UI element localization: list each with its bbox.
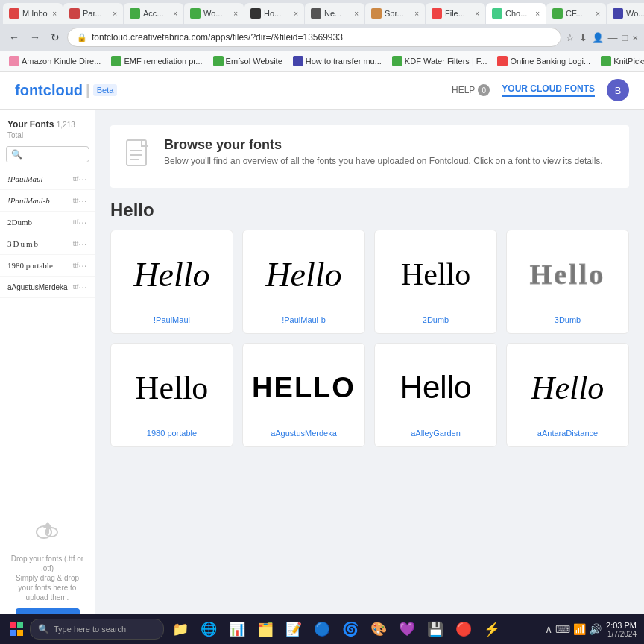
font-card-agustus[interactable]: HELLO aAgustusMerdeka xyxy=(242,343,365,447)
font-card-1980[interactable]: Hello 1980 portable xyxy=(110,343,233,447)
bookmark-banking[interactable]: Online Banking Logi... xyxy=(494,54,593,68)
svg-rect-11 xyxy=(17,630,23,636)
back-button[interactable]: ← xyxy=(6,30,22,45)
font-card-3dumb[interactable]: Hello 3Dumb xyxy=(506,230,629,334)
taskbar-app-app6[interactable]: ⚡ xyxy=(479,616,505,643)
tab-cho-active[interactable]: Cho... × xyxy=(486,3,546,24)
font-card-name[interactable]: aAntaraDistance xyxy=(537,429,598,438)
taskbar-app-word[interactable]: 📝 xyxy=(280,616,307,643)
tab-close[interactable]: × xyxy=(113,10,117,18)
font-card-name[interactable]: 3Dumb xyxy=(555,315,581,324)
forward-button[interactable]: → xyxy=(27,30,43,45)
tab-cf[interactable]: CF... × xyxy=(546,3,606,24)
refresh-button[interactable]: ↻ xyxy=(48,30,63,45)
font-item-menu[interactable]: ··· xyxy=(78,281,87,293)
font-item-menu[interactable]: ··· xyxy=(78,259,87,271)
taskbar-apps: 📁 🌐 📊 🗂️ 📝 🔵 🌀 🎨 💜 💾 🔴 ⚡ xyxy=(167,616,545,643)
tab-close[interactable]: × xyxy=(52,10,57,18)
font-card-name[interactable]: 2Dumb xyxy=(423,315,449,324)
taskbar-app-app5[interactable]: 🔴 xyxy=(450,616,477,643)
font-preview: Hello xyxy=(516,239,619,309)
font-item-2dumb[interactable]: 2Dumb ttf ··· xyxy=(0,212,95,233)
minimize-icon[interactable]: — xyxy=(608,32,618,43)
font-card-paulmaul[interactable]: Hello !PaulMaul xyxy=(110,230,233,334)
tab-close[interactable]: × xyxy=(535,10,540,18)
taskbar-app-app2[interactable]: 🎨 xyxy=(365,616,392,643)
font-card-2dumb[interactable]: Hello 2Dumb xyxy=(374,230,497,334)
font-item-paulmaul-b[interactable]: !PaulMaul-b ttf ··· xyxy=(0,190,95,212)
tab-close[interactable]: × xyxy=(233,10,238,18)
font-item-menu[interactable]: ··· xyxy=(78,216,87,228)
cloud-fonts-button[interactable]: YOUR CLOUD FONTS xyxy=(502,83,595,97)
font-item-ext: ttf xyxy=(73,197,79,204)
maximize-icon[interactable]: □ xyxy=(622,32,628,43)
taskbar-app-excel[interactable]: 📊 xyxy=(224,616,250,643)
font-item-1980[interactable]: 1980 portable ttf ··· xyxy=(0,255,95,277)
font-card-paulmaul-b[interactable]: Hello !PaulMaul-b xyxy=(242,230,365,334)
tab-close[interactable]: × xyxy=(596,10,600,18)
font-item-agustus[interactable]: aAgustusMerdeka ttf ··· xyxy=(0,277,95,298)
font-item-3dumb[interactable]: 3Dumb ttf ··· xyxy=(0,233,95,255)
bookmark-transfer[interactable]: How to transfer mu... xyxy=(290,54,385,68)
font-card-aantara[interactable]: Hello aAntaraDistance xyxy=(506,343,629,447)
tab-close[interactable]: × xyxy=(475,10,479,18)
avatar[interactable]: B xyxy=(607,79,629,101)
taskbar-search[interactable]: 🔍 Type here to search xyxy=(30,619,164,640)
font-card-name[interactable]: !PaulMaul-b xyxy=(282,315,326,324)
tray-icon-3[interactable]: 📶 xyxy=(573,623,586,635)
taskbar-app-app3[interactable]: 💜 xyxy=(394,616,420,643)
font-card-name[interactable]: !PaulMaul xyxy=(154,315,190,324)
bookmark-icon[interactable]: ☆ xyxy=(566,32,575,43)
url-bar[interactable]: 🔒 fontcloud.creativefabrica.com/apps/fil… xyxy=(67,28,561,47)
tab-spr[interactable]: Spr... × xyxy=(365,3,425,24)
tab-close[interactable]: × xyxy=(354,10,359,18)
taskbar-app-chrome[interactable]: 🔵 xyxy=(309,616,335,643)
tab-file[interactable]: File... × xyxy=(426,3,485,24)
bookmark-emfsol[interactable]: Emfsol Website xyxy=(210,54,285,68)
bookmark-kdf[interactable]: KDF Water Filters | F... xyxy=(389,54,490,68)
tray-icon-4[interactable]: 🔊 xyxy=(589,623,602,635)
font-item-menu[interactable]: ··· xyxy=(78,195,87,206)
tab-wo2[interactable]: Wo... × xyxy=(607,3,644,24)
close-icon[interactable]: × xyxy=(632,32,638,43)
tab-favicon xyxy=(371,8,382,19)
taskbar-app-app4[interactable]: 💾 xyxy=(422,616,449,643)
tab-close[interactable]: × xyxy=(173,10,177,18)
tab-par[interactable]: Par... × xyxy=(63,3,123,24)
tab-favicon xyxy=(492,8,502,19)
tab-wo[interactable]: Wo... × xyxy=(184,3,244,24)
tab-close[interactable]: × xyxy=(294,10,298,18)
font-item-name: aAgustusMerdeka xyxy=(7,283,72,291)
tab-label: Spr... xyxy=(385,9,411,18)
tab-close[interactable]: × xyxy=(414,10,419,18)
tab-acc[interactable]: Acc... × xyxy=(124,3,183,24)
bookmark-knitpicks[interactable]: KnitPicks.com - Knit... xyxy=(598,54,644,68)
font-card-name[interactable]: aAlleyGarden xyxy=(411,429,461,438)
tray-icon-2[interactable]: ⌨ xyxy=(555,623,570,635)
font-item-paulmaul[interactable]: !PaulMaul ttf ··· xyxy=(0,168,95,190)
font-card-aalley[interactable]: Hello aAlleyGarden xyxy=(374,343,497,447)
help-button[interactable]: HELP 0 xyxy=(452,84,490,96)
start-button[interactable] xyxy=(3,616,30,643)
search-box[interactable]: 🔍 × xyxy=(6,146,89,162)
bookmark-label: EMF remediation pr... xyxy=(124,57,202,66)
bookmark-amazon[interactable]: Amazon Kindle Dire... xyxy=(6,54,104,68)
taskbar-app-folder[interactable]: 🗂️ xyxy=(252,616,279,643)
font-card-name[interactable]: aAgustusMerdeka xyxy=(271,429,337,438)
font-item-menu[interactable]: ··· xyxy=(78,238,87,250)
taskbar-app-files[interactable]: 📁 xyxy=(167,616,194,643)
taskbar-clock[interactable]: 2:03 PM 1/7/2024 xyxy=(606,621,637,638)
profile-icon[interactable]: 👤 xyxy=(592,32,604,43)
font-card-name[interactable]: 1980 portable xyxy=(147,429,197,438)
tray-icon-1[interactable]: ∧ xyxy=(545,623,552,635)
bookmark-label: KDF Water Filters | F... xyxy=(405,57,487,66)
taskbar-app-edge[interactable]: 🌐 xyxy=(195,616,222,643)
font-item-menu[interactable]: ··· xyxy=(78,173,87,185)
tab-gmail[interactable]: M Inbo × xyxy=(3,3,63,24)
svg-rect-8 xyxy=(10,622,16,628)
bookmark-emf[interactable]: EMF remediation pr... xyxy=(108,54,205,68)
tab-ho[interactable]: Ho... × xyxy=(244,3,304,24)
taskbar-app-app1[interactable]: 🌀 xyxy=(337,616,364,643)
download-icon[interactable]: ⬇ xyxy=(579,32,587,43)
tab-ne[interactable]: Ne... × xyxy=(305,3,364,24)
